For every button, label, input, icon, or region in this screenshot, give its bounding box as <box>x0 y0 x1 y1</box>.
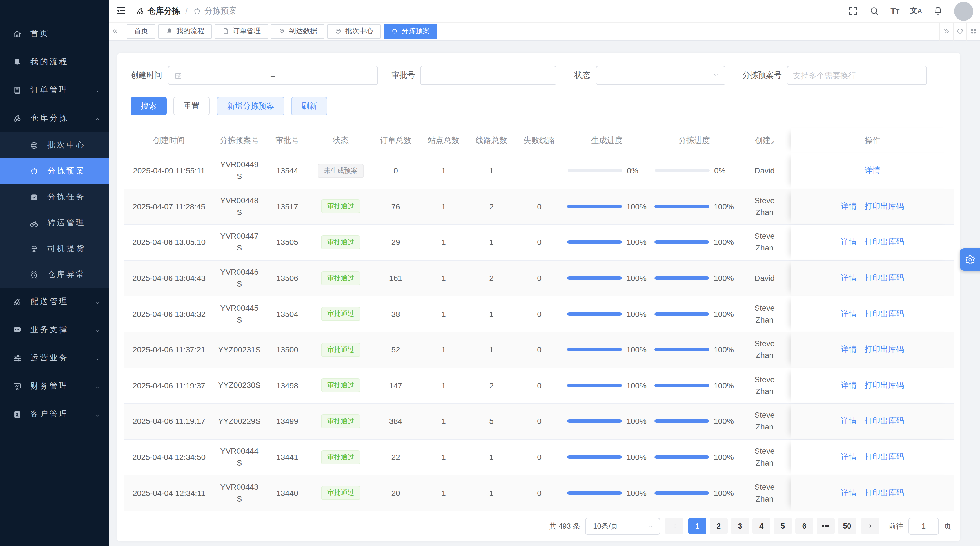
table-row-7: 2025-04-06 11:19:17YYZ00229S13499审批通过384… <box>124 403 953 439</box>
progress-bar <box>567 241 622 244</box>
detail-link[interactable]: 详情 <box>841 202 857 212</box>
sidebar-item-1[interactable]: 我的流程 <box>0 48 109 76</box>
status-select[interactable] <box>596 66 725 85</box>
reset-button[interactable]: 重置 <box>173 97 210 115</box>
page-button-4[interactable]: 4 <box>752 518 770 535</box>
detail-link[interactable]: 详情 <box>841 309 857 319</box>
tab-options-grid-icon[interactable] <box>966 22 980 40</box>
print-outbound-code-link[interactable]: 打印出库码 <box>865 273 904 283</box>
prev-page-button[interactable] <box>665 518 683 535</box>
add-plan-button[interactable]: 新增分拣预案 <box>217 97 285 115</box>
detail-link[interactable]: 详情 <box>841 416 857 426</box>
sidebar-item-5[interactable]: 业务支撑 <box>0 316 109 344</box>
sidebar-item-7[interactable]: 财务管理 <box>0 372 109 400</box>
sidebar-item-sub-2[interactable]: 分拣任务 <box>0 184 109 210</box>
print-outbound-code-link[interactable]: 打印出库码 <box>865 381 904 390</box>
print-outbound-code-link[interactable]: 打印出库码 <box>865 237 904 248</box>
detail-link[interactable]: 详情 <box>841 381 857 390</box>
sidebar-item-sub-5[interactable]: 仓库异常 <box>0 262 109 287</box>
page-button-50[interactable]: 50 <box>838 518 856 535</box>
search-icon[interactable] <box>869 6 880 16</box>
detail-link[interactable]: 详情 <box>841 488 857 498</box>
cell-failed-lines: 0 <box>515 475 563 511</box>
cell-generate-progress: 100% <box>563 332 651 367</box>
font-size-icon[interactable]: TT <box>891 6 899 16</box>
sidebar-item-6[interactable]: 运营业务 <box>0 344 109 372</box>
print-outbound-code-link[interactable]: 打印出库码 <box>865 309 904 319</box>
sidebar-item-3[interactable]: 仓库分拣 <box>0 104 109 132</box>
detail-link[interactable]: 详情 <box>865 166 880 176</box>
detail-link[interactable]: 详情 <box>841 237 857 248</box>
sidebar-item-4[interactable]: 配送管理 <box>0 287 109 316</box>
total-count: 共 493 条 <box>549 521 580 532</box>
app-root: 首页我的流程订单管理仓库分拣批次中心分拣预案分拣任务转运管理司机提货仓库异常配送… <box>0 0 980 546</box>
sidebar-item-2[interactable]: 订单管理 <box>0 76 109 104</box>
sundae-icon <box>29 244 40 254</box>
approval-no-input[interactable] <box>421 67 556 84</box>
cell-sort-progress: 100% <box>651 189 738 224</box>
tab-5[interactable]: 分拣预案 <box>383 24 437 38</box>
next-page-button[interactable] <box>861 518 879 535</box>
cell-actions: 详情打印出库码 <box>791 332 953 367</box>
print-outbound-code-link[interactable]: 打印出库码 <box>865 416 904 426</box>
cell-line-total: 1 <box>468 332 515 367</box>
sidebar-item-label: 司机提货 <box>47 244 101 254</box>
cell-generate-progress: 0% <box>563 153 651 188</box>
cell-approval-no: 13506 <box>265 260 310 296</box>
plan-no-input[interactable] <box>788 67 926 84</box>
globe-icon <box>334 28 342 35</box>
cherries-icon <box>13 113 22 123</box>
detail-link[interactable]: 详情 <box>841 345 857 355</box>
avatar[interactable] <box>954 2 973 21</box>
detail-link[interactable]: 详情 <box>841 452 857 462</box>
page-button-6[interactable]: 6 <box>795 518 813 535</box>
page-size-select[interactable]: 10条/页 <box>585 518 660 535</box>
page-button-2[interactable]: 2 <box>710 518 728 535</box>
goto-page-input[interactable] <box>908 518 939 535</box>
cell-approval-no: 13498 <box>265 368 310 403</box>
cell-line-total: 1 <box>468 440 515 475</box>
cell-sort-progress: 100% <box>651 475 738 511</box>
sidebar-item-8[interactable]: 客户管理 <box>0 400 109 429</box>
cell-line-total: 1 <box>468 153 515 188</box>
sidebar-item-sub-4[interactable]: 司机提货 <box>0 236 109 262</box>
print-outbound-code-link[interactable]: 打印出库码 <box>865 488 904 498</box>
print-outbound-code-link[interactable]: 打印出库码 <box>865 202 904 212</box>
tab-1[interactable]: 我的流程 <box>158 24 212 38</box>
page-button-1[interactable]: 1 <box>688 518 706 535</box>
page-ellipsis[interactable]: ••• <box>817 518 835 535</box>
print-outbound-code-link[interactable]: 打印出库码 <box>865 345 904 355</box>
sidebar-item-0[interactable]: 首页 <box>0 20 109 48</box>
sidebar-item-sub-1[interactable]: 分拣预案 <box>0 158 109 184</box>
cell-site-total: 1 <box>420 153 468 188</box>
collapse-menu-icon[interactable] <box>115 5 128 17</box>
cell-order-total: 76 <box>372 189 420 224</box>
sidebar-item-sub-3[interactable]: 转运管理 <box>0 210 109 236</box>
date-range-input[interactable]: – <box>168 66 378 85</box>
search-button[interactable]: 搜索 <box>130 97 167 115</box>
refresh-button[interactable]: 刷新 <box>291 97 327 115</box>
print-outbound-code-link[interactable]: 打印出库码 <box>865 452 904 462</box>
tab-2[interactable]: 订单管理 <box>215 24 268 38</box>
tabs-scroll-right-icon[interactable] <box>939 22 953 40</box>
translate-icon[interactable]: 文A <box>910 6 922 16</box>
settings-gear-button[interactable] <box>960 248 980 271</box>
page-button-3[interactable]: 3 <box>731 518 749 535</box>
detail-link[interactable]: 详情 <box>841 273 857 283</box>
tabs-scroll-left-icon[interactable] <box>109 22 122 40</box>
column-header-0: 创建时间 <box>124 129 214 152</box>
sidebar-item-sub-0[interactable]: 批次中心 <box>0 132 109 158</box>
cell-line-total: 5 <box>468 403 515 439</box>
fullscreen-icon[interactable] <box>848 6 858 16</box>
cell-generate-progress: 100% <box>563 475 651 511</box>
cell-plan-no: YVR00443S <box>214 475 265 511</box>
tab-0[interactable]: 首页 <box>127 24 156 38</box>
tab-3[interactable]: 到达数据 <box>271 24 325 38</box>
notifications-bell-icon[interactable] <box>933 6 943 16</box>
refresh-tabs-icon[interactable] <box>953 22 966 40</box>
progress-bar <box>654 456 709 459</box>
page-button-5[interactable]: 5 <box>774 518 792 535</box>
cell-sort-progress: 100% <box>651 403 738 439</box>
tab-4[interactable]: 批次中心 <box>327 24 381 38</box>
chevron-down-icon <box>94 87 101 94</box>
